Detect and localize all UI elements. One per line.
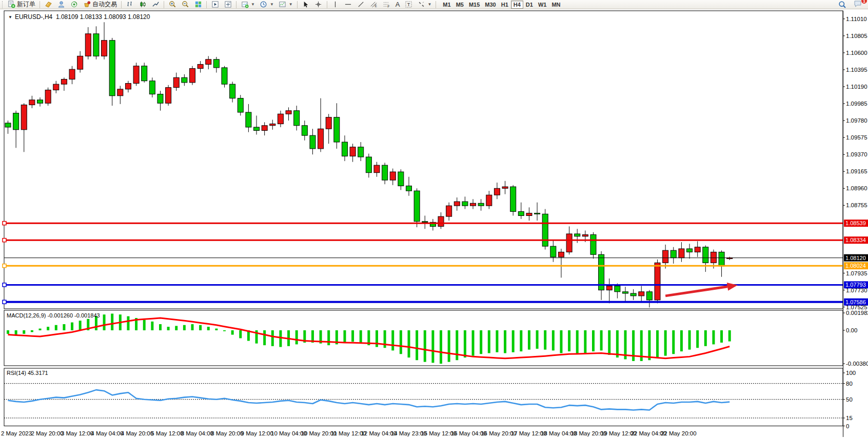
svg-text:F: F xyxy=(388,5,390,8)
candle xyxy=(535,213,540,214)
candle xyxy=(366,157,371,173)
price-tick-label: 1.09575 xyxy=(846,134,867,141)
candle xyxy=(85,34,91,56)
candle xyxy=(438,216,444,226)
timeframe-H1[interactable]: H1 xyxy=(499,1,511,9)
candle xyxy=(639,292,644,296)
candle xyxy=(390,172,396,180)
candle xyxy=(213,59,219,68)
equidistant-channel-tool-button[interactable]: E xyxy=(368,1,380,9)
timeframe-M1[interactable]: M1 xyxy=(440,1,453,9)
candle xyxy=(542,214,548,246)
period-button[interactable]: ▼ xyxy=(258,1,276,9)
arrows-tool-button[interactable]: ▼ xyxy=(415,1,433,9)
candle xyxy=(326,117,331,129)
line-handle[interactable] xyxy=(3,283,6,287)
tile-windows-icon xyxy=(194,1,202,9)
chat-notification-badge[interactable]: 1 xyxy=(861,0,867,4)
text-tool-button[interactable]: A xyxy=(393,1,402,9)
candle xyxy=(446,206,452,216)
text-label-icon: T xyxy=(404,1,412,9)
price-tick-label: 1.11010 xyxy=(846,16,867,22)
line-handle[interactable] xyxy=(3,222,6,225)
clock-icon xyxy=(260,1,268,9)
chart-canvas[interactable]: 1.085391.083341.081201.080241.077931.075… xyxy=(0,9,868,438)
candle xyxy=(238,98,243,112)
vertical-line-tool-button[interactable] xyxy=(329,1,342,9)
candle xyxy=(278,114,283,124)
line-handle[interactable] xyxy=(3,264,6,268)
dropdown-arrow-icon: ▼ xyxy=(251,2,255,7)
template-button[interactable]: ▼ xyxy=(277,1,295,9)
new-chart-button[interactable]: ▼ xyxy=(239,1,257,9)
candle xyxy=(5,123,11,127)
candle xyxy=(382,165,388,180)
price-tick-label: 1.07525 xyxy=(846,304,867,310)
zoom-in-button[interactable] xyxy=(166,1,179,9)
candle xyxy=(149,81,155,94)
rsi-tick-label: 100 xyxy=(846,370,856,376)
rsi-tick-label: 80 xyxy=(846,381,853,387)
candle xyxy=(166,88,171,104)
horizontal-line-tool-button[interactable] xyxy=(342,1,354,9)
horizontal-line-icon xyxy=(344,1,352,9)
chart-title: ▼EURUSD-,H4 1.08109 1.08133 1.08093 1.08… xyxy=(8,13,150,21)
toolbar-separator xyxy=(236,1,236,8)
chart-ohlc-values: 1.08109 1.08133 1.08093 1.08120 xyxy=(56,13,150,21)
toolbar: 新订单 自动交易 xyxy=(0,0,868,9)
candle xyxy=(133,66,139,84)
candle xyxy=(142,66,147,81)
search-button[interactable] xyxy=(836,1,849,9)
line-handle[interactable] xyxy=(3,300,6,304)
svg-text:T: T xyxy=(407,2,410,7)
data-window-button[interactable] xyxy=(209,1,221,9)
candle xyxy=(374,165,380,173)
text-label-tool-button[interactable]: T xyxy=(402,1,415,9)
mql5-community-button[interactable] xyxy=(55,1,67,9)
zoom-out-button[interactable] xyxy=(179,1,191,9)
toolbar-separator xyxy=(327,1,327,8)
candle xyxy=(61,79,67,84)
timeframe-M5[interactable]: M5 xyxy=(453,1,466,9)
candlestick-chart-button[interactable] xyxy=(136,1,149,9)
navigator-button[interactable] xyxy=(222,1,234,9)
symbol-dropdown-icon[interactable]: ▼ xyxy=(8,15,12,19)
signals-button[interactable] xyxy=(68,1,80,9)
line-chart-button[interactable] xyxy=(149,1,162,9)
candle xyxy=(222,68,227,84)
timeframe-M15[interactable]: M15 xyxy=(466,1,482,9)
price-badge-label: 1.08024 xyxy=(845,263,866,269)
trendline-tool-button[interactable] xyxy=(355,1,367,9)
timeframe-MN[interactable]: MN xyxy=(549,1,563,9)
fibonacci-tool-button[interactable]: F xyxy=(381,1,393,9)
candle xyxy=(294,111,300,126)
tile-windows-button[interactable] xyxy=(192,1,204,9)
bar-chart-icon xyxy=(126,1,134,9)
chart-symbol-period: EURUSD-,H4 xyxy=(15,13,52,21)
macd-tick-label: 0.001982 xyxy=(846,310,868,316)
timeframe-W1[interactable]: W1 xyxy=(536,1,549,9)
price-badge-label: 1.08120 xyxy=(845,255,866,261)
timeframe-D1[interactable]: D1 xyxy=(523,1,536,9)
crosshair-tool-button[interactable] xyxy=(312,1,325,9)
macd-indicator-label: MACD(12,26,9) -0.001260 -0.001843 xyxy=(7,312,100,318)
candle xyxy=(646,292,652,300)
new-order-button[interactable]: 新订单 xyxy=(5,1,37,9)
line-handle[interactable] xyxy=(3,238,6,242)
timeframe-H4[interactable]: H4 xyxy=(511,1,523,9)
candle xyxy=(679,249,684,258)
cursor-tool-button[interactable] xyxy=(300,1,312,9)
candle xyxy=(77,56,83,69)
time-axis[interactable]: 2 May 20232 May 20:003 May 12:004 May 04… xyxy=(1,430,697,436)
candle xyxy=(566,234,572,252)
timeframe-M30[interactable]: M30 xyxy=(482,1,498,9)
crosshair-icon xyxy=(314,1,323,9)
chart-area[interactable]: 1.085391.083341.081201.080241.077931.075… xyxy=(0,9,868,438)
time-axis-label: 9 May 12:00 xyxy=(241,430,273,436)
macd-axis[interactable]: 0.0019820.00-0.003804 xyxy=(843,310,868,367)
auto-trading-button[interactable]: 自动交易 xyxy=(81,1,119,9)
price-tick-label: 1.10190 xyxy=(846,84,867,90)
metaeditor-button[interactable] xyxy=(42,1,54,9)
rsi-axis[interactable]: 1008050150 xyxy=(843,370,856,429)
bar-chart-button[interactable] xyxy=(124,1,136,9)
